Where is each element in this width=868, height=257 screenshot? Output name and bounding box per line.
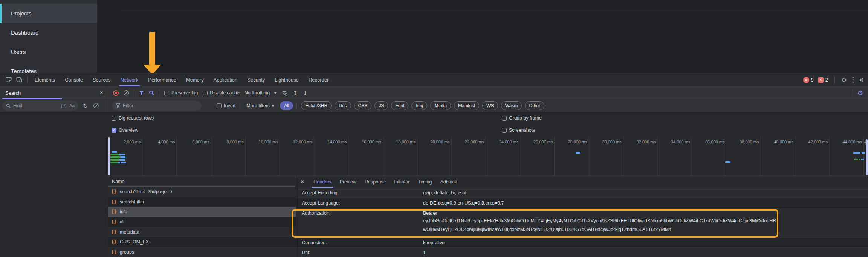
details-tab[interactable]: Headers — [309, 176, 335, 188]
devtools-tab[interactable]: Sources — [88, 73, 116, 86]
requests-name-column-header[interactable]: Name — [108, 176, 296, 187]
close-details-icon[interactable]: × — [301, 179, 304, 185]
settings-gear-icon[interactable]: ⚙ — [841, 76, 847, 84]
resource-filter-pill[interactable]: Other — [525, 101, 544, 110]
timeline-tick-label: 28,000 ms — [568, 140, 587, 144]
timeline-tick-label: 10,000 ms — [259, 140, 278, 144]
request-row[interactable]: {} metadata — [108, 227, 296, 237]
resource-filter-pill[interactable]: Font — [391, 101, 408, 110]
details-tab[interactable]: Preview — [336, 176, 361, 188]
request-row[interactable]: {} info — [108, 207, 296, 217]
console-errors-badge[interactable]: ×9 — [803, 77, 814, 83]
filter-toggle-icon[interactable] — [139, 91, 144, 95]
details-tab[interactable]: Response — [361, 176, 390, 188]
devtools-tab[interactable]: Network — [116, 73, 144, 86]
network-search-icon[interactable] — [149, 90, 154, 95]
devtools-tab[interactable]: Recorder — [304, 73, 333, 86]
devtools-tab[interactable]: Lighthouse — [270, 73, 304, 86]
timeline-tick: 22,000 ms — [452, 137, 486, 176]
resource-filter-pill[interactable]: All — [280, 101, 293, 110]
overview-window-right-handle[interactable] — [866, 139, 868, 175]
issues-badge[interactable]: ×2 — [818, 77, 828, 83]
import-har-icon[interactable]: ↥ — [293, 89, 298, 97]
timeline-tick: 6,000 ms — [177, 137, 211, 176]
timeline-tick-label: 4,000 ms — [158, 140, 175, 144]
details-tab[interactable]: Initiator — [390, 176, 414, 188]
timeline-tick-label: 38,000 ms — [740, 140, 759, 144]
throttling-dropdown[interactable]: No throttling▾ — [245, 90, 276, 95]
details-tab[interactable]: Timing — [414, 176, 436, 188]
find-input[interactable] — [13, 103, 58, 108]
timeline-tick: 8,000 ms — [211, 137, 246, 176]
filter-input[interactable] — [123, 103, 198, 108]
network-overview-timeline[interactable]: 2,000 ms4,000 ms6,000 ms8,000 ms10,000 m… — [108, 137, 868, 176]
overview-request-bar — [856, 159, 858, 160]
resource-filter-pill[interactable]: Wasm — [501, 101, 522, 110]
request-row[interactable]: {} CUSTOM_FX — [108, 237, 296, 247]
timeline-tick: 26,000 ms — [520, 137, 555, 176]
request-row[interactable]: {} searchFilter — [108, 197, 296, 207]
sidebar-item-dashboard[interactable]: Dashboard — [0, 23, 97, 42]
overview-checkbox[interactable]: Overview — [112, 128, 138, 133]
resource-filter-pill[interactable]: Media — [430, 101, 451, 110]
clear-search-icon[interactable] — [93, 103, 99, 108]
record-network-log-button[interactable] — [113, 90, 119, 96]
details-tab[interactable]: Adblock — [436, 176, 461, 188]
invert-filter-checkbox[interactable]: Invert — [217, 103, 235, 108]
checkbox — [502, 116, 507, 121]
preserve-log-label: Preserve log — [171, 90, 198, 95]
network-conditions-icon[interactable] — [281, 90, 288, 96]
devtools-tab[interactable]: Memory — [181, 73, 209, 86]
timeline-tick: 20,000 ms — [417, 137, 452, 176]
timeline-tick-label: 12,000 ms — [293, 140, 312, 144]
close-devtools-icon[interactable]: × — [859, 76, 863, 83]
overview-request-bar — [861, 159, 864, 160]
sidebar-item-projects[interactable]: Projects — [0, 4, 97, 23]
sidebar-item-users[interactable]: Users — [0, 42, 97, 62]
timeline-tick-label: 36,000 ms — [705, 140, 724, 144]
resource-filter-pill[interactable]: Manifest — [454, 101, 479, 110]
resource-filter-pill[interactable]: Img — [411, 101, 427, 110]
filter-input-box[interactable] — [112, 101, 202, 111]
resource-filter-pill[interactable]: JS — [374, 101, 388, 110]
timeline-tick-label: 34,000 ms — [671, 140, 690, 144]
devtools-tab[interactable]: Elements — [30, 73, 60, 86]
refresh-search-icon[interactable]: ↻ — [83, 102, 88, 109]
details-tabbar: × HeadersPreviewResponseInitiatorTimingA… — [296, 176, 868, 188]
kebab-menu-icon[interactable] — [853, 79, 854, 80]
big-request-rows-checkbox[interactable]: Big request rows — [112, 115, 154, 121]
resource-filter-pill[interactable]: Fetch/XHR — [301, 101, 332, 110]
json-request-icon: {} — [111, 229, 117, 235]
inspect-element-icon[interactable] — [4, 75, 14, 85]
regex-toggle[interactable]: (.*) — [61, 103, 67, 108]
match-case-toggle[interactable]: Aa — [69, 103, 75, 108]
devtools-tab[interactable]: Security — [242, 73, 270, 86]
devtools-tab[interactable]: Application — [209, 73, 243, 86]
devtools-tab[interactable]: Performance — [143, 73, 181, 86]
request-row[interactable]: {} all — [108, 217, 296, 227]
resource-filter-pill[interactable]: CSS — [354, 101, 372, 110]
screenshots-checkbox[interactable]: Screenshots — [502, 128, 535, 133]
sidebar-item-templates[interactable]: Templates — [0, 62, 97, 73]
overview-window-left-handle[interactable] — [108, 137, 110, 175]
resource-filter-pill[interactable]: Doc — [335, 101, 351, 110]
group-by-frame-checkbox[interactable]: Group by frame — [502, 115, 542, 121]
request-row[interactable]: {} search?limit=25&page=0 — [108, 187, 296, 197]
resource-filter-pill[interactable]: WS — [482, 101, 498, 110]
clear-network-log-icon[interactable] — [124, 90, 129, 95]
page-divider — [121, 10, 868, 11]
preserve-log-checkbox[interactable]: Preserve log — [164, 90, 198, 95]
search-panel-close-icon[interactable]: × — [100, 89, 103, 96]
network-settings-gear-icon[interactable]: ⚙ — [857, 89, 863, 97]
header-row-accept-encoding: Accept-Encoding: gzip, deflate, br, zstd — [296, 188, 868, 198]
request-row[interactable]: {} groups — [108, 247, 296, 257]
bearer-token: eyJhbGciOiJIUzI1NiJ9.eyJpcEFkZHJlc3MiOiI… — [423, 217, 777, 234]
export-har-icon[interactable]: ↧ — [303, 89, 308, 97]
more-filters-dropdown[interactable]: More filters▾ — [246, 103, 274, 108]
timeline-tick: 18,000 ms — [383, 137, 417, 176]
request-name: groups — [120, 249, 134, 255]
find-input-box[interactable]: (.*) Aa — [2, 101, 78, 111]
disable-cache-checkbox[interactable]: Disable cache — [203, 90, 240, 95]
devtools-tab[interactable]: Console — [60, 73, 88, 86]
device-toolbar-icon[interactable] — [14, 75, 24, 85]
